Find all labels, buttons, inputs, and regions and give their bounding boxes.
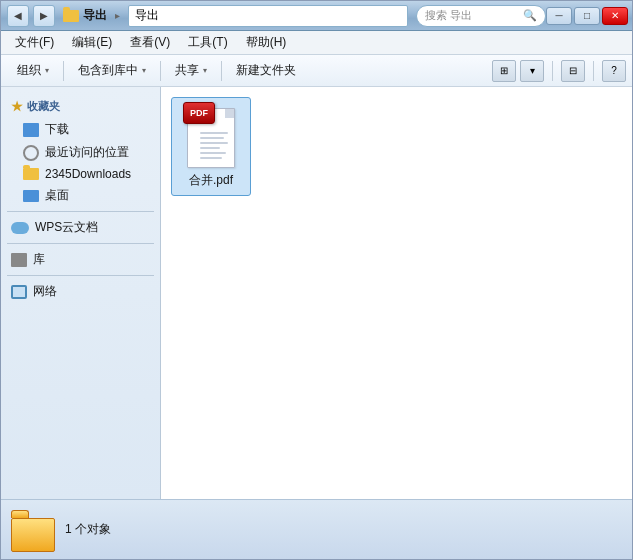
2345-label: 2345Downloads xyxy=(45,167,131,181)
menu-bar: 文件(F) 编辑(E) 查看(V) 工具(T) 帮助(H) xyxy=(1,31,632,55)
library-icon xyxy=(11,253,27,267)
sidebar: ★ 收藏夹 下载 最近访问的位置 2345Downloads 桌面 xyxy=(1,87,161,499)
folder-2345-icon xyxy=(23,168,39,180)
download-label: 下载 xyxy=(45,121,69,138)
close-button[interactable]: ✕ xyxy=(602,7,628,25)
status-folder-icon xyxy=(11,508,55,552)
search-placeholder: 搜索 导出 xyxy=(425,8,472,23)
toolbar-separator-2 xyxy=(160,61,161,81)
pdf-line-2 xyxy=(200,137,224,139)
favorites-label: 收藏夹 xyxy=(27,99,60,114)
toolbar-right: ⊞ ▾ ⊟ ? xyxy=(492,60,626,82)
sidebar-divider-1 xyxy=(7,211,154,212)
pdf-line-3 xyxy=(200,142,228,144)
network-label: 网络 xyxy=(33,283,57,300)
toolbar-separator-5 xyxy=(593,61,594,81)
search-box[interactable]: 搜索 导出 🔍 xyxy=(416,5,546,27)
help-button[interactable]: ? xyxy=(602,60,626,82)
share-label: 共享 xyxy=(175,62,199,79)
view-dropdown[interactable]: ▾ xyxy=(520,60,544,82)
back-button[interactable]: ◀ xyxy=(7,5,29,27)
network-icon xyxy=(11,285,27,299)
recent-icon xyxy=(23,145,39,161)
sidebar-item-wps[interactable]: WPS云文档 xyxy=(1,216,160,239)
sidebar-divider-3 xyxy=(7,275,154,276)
favorites-header[interactable]: ★ 收藏夹 xyxy=(1,95,160,118)
path-arrow: ▸ xyxy=(115,10,120,21)
pdf-line-6 xyxy=(200,157,222,159)
menu-help[interactable]: 帮助(H) xyxy=(238,32,295,53)
pdf-badge: PDF xyxy=(183,102,215,124)
sidebar-divider-2 xyxy=(7,243,154,244)
window-title: 导出 xyxy=(83,7,107,24)
new-folder-button[interactable]: 新建文件夹 xyxy=(226,58,306,84)
new-folder-label: 新建文件夹 xyxy=(236,62,296,79)
menu-edit[interactable]: 编辑(E) xyxy=(64,32,120,53)
organize-button[interactable]: 组织 ▾ xyxy=(7,58,59,84)
file-name: 合并.pdf xyxy=(189,172,233,189)
view-button[interactable]: ⊞ xyxy=(492,60,516,82)
status-folder-body xyxy=(11,518,55,552)
pdf-line-4 xyxy=(200,147,220,149)
network-section: 网络 xyxy=(1,280,160,303)
pdf-lines xyxy=(200,132,228,159)
include-dropdown-icon: ▾ xyxy=(142,66,146,75)
sidebar-item-recent[interactable]: 最近访问的位置 xyxy=(1,141,160,164)
wps-section: WPS云文档 xyxy=(1,216,160,239)
favorites-section: ★ 收藏夹 下载 最近访问的位置 2345Downloads 桌面 xyxy=(1,95,160,207)
organize-label: 组织 xyxy=(17,62,41,79)
status-folder-tab xyxy=(11,510,29,518)
library-section: 库 xyxy=(1,248,160,271)
pdf-line-5 xyxy=(200,152,226,154)
download-icon xyxy=(23,123,39,137)
sidebar-item-desktop[interactable]: 桌面 xyxy=(1,184,160,207)
title-bar: ◀ ▶ 导出 ▸ 导出 搜索 导出 🔍 ─ □ ✕ xyxy=(1,1,632,31)
menu-tools[interactable]: 工具(T) xyxy=(180,32,235,53)
title-bar-left: ◀ ▶ 导出 ▸ xyxy=(7,5,120,27)
wps-label: WPS云文档 xyxy=(35,219,98,236)
include-label: 包含到库中 xyxy=(78,62,138,79)
menu-view[interactable]: 查看(V) xyxy=(122,32,178,53)
sidebar-item-library[interactable]: 库 xyxy=(1,248,160,271)
sidebar-item-download[interactable]: 下载 xyxy=(1,118,160,141)
window-controls: ─ □ ✕ xyxy=(546,7,628,25)
star-icon: ★ xyxy=(11,99,23,114)
pdf-file-icon: PDF xyxy=(183,104,239,168)
library-label: 库 xyxy=(33,251,45,268)
file-grid: PDF 合并.pdf xyxy=(171,97,622,196)
sidebar-item-network[interactable]: 网络 xyxy=(1,280,160,303)
include-button[interactable]: 包含到库中 ▾ xyxy=(68,58,156,84)
toolbar-separator-4 xyxy=(552,61,553,81)
minimize-button[interactable]: ─ xyxy=(546,7,572,25)
recent-label: 最近访问的位置 xyxy=(45,144,129,161)
pdf-line-1 xyxy=(200,132,228,134)
sidebar-item-2345[interactable]: 2345Downloads xyxy=(1,164,160,184)
address-bar[interactable]: 导出 xyxy=(128,5,408,27)
restore-button[interactable]: □ xyxy=(574,7,600,25)
title-folder: 导出 ▸ xyxy=(63,7,120,24)
toolbar: 组织 ▾ 包含到库中 ▾ 共享 ▾ 新建文件夹 ⊞ ▾ ⊟ ? xyxy=(1,55,632,87)
folder-icon xyxy=(63,10,79,22)
details-pane-button[interactable]: ⊟ xyxy=(561,60,585,82)
organize-dropdown-icon: ▾ xyxy=(45,66,49,75)
window: ◀ ▶ 导出 ▸ 导出 搜索 导出 🔍 ─ □ ✕ 文件(F) 编辑(E) 查看… xyxy=(0,0,633,560)
cloud-icon xyxy=(11,222,29,234)
forward-button[interactable]: ▶ xyxy=(33,5,55,27)
menu-file[interactable]: 文件(F) xyxy=(7,32,62,53)
share-button[interactable]: 共享 ▾ xyxy=(165,58,217,84)
list-item[interactable]: PDF 合并.pdf xyxy=(171,97,251,196)
desktop-label: 桌面 xyxy=(45,187,69,204)
main-area: ★ 收藏夹 下载 最近访问的位置 2345Downloads 桌面 xyxy=(1,87,632,499)
file-area[interactable]: PDF 合并.pdf xyxy=(161,87,632,499)
share-dropdown-icon: ▾ xyxy=(203,66,207,75)
toolbar-separator-1 xyxy=(63,61,64,81)
status-bar: 1 个对象 xyxy=(1,499,632,559)
toolbar-separator-3 xyxy=(221,61,222,81)
search-icon: 🔍 xyxy=(523,9,537,22)
status-count: 1 个对象 xyxy=(65,521,111,538)
desktop-icon xyxy=(23,190,39,202)
path-text: 导出 xyxy=(135,7,159,24)
